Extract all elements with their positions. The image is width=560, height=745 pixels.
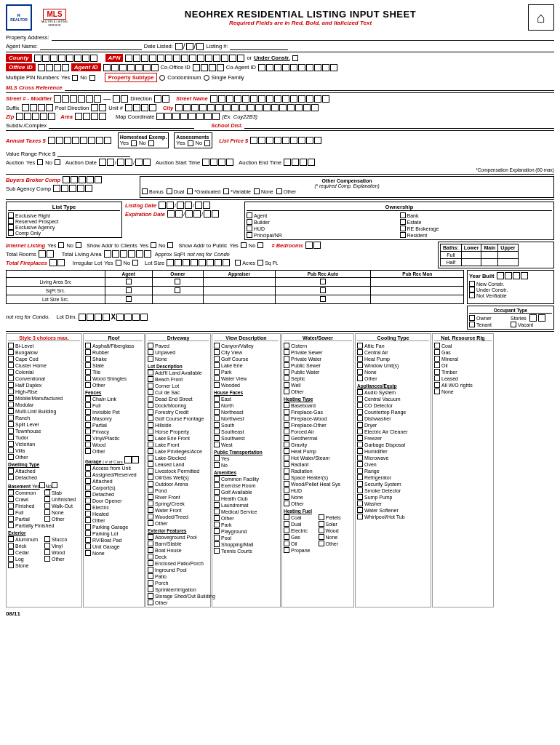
pub-trans-title: Public Transportation <box>214 450 279 455</box>
bedrooms-label: # Bedrooms <box>271 242 303 249</box>
sqft-cb: Sq Ft. <box>257 260 279 266</box>
ls-pub-auto[interactable] <box>275 295 371 304</box>
internet-no[interactable] <box>76 242 81 248</box>
hud-own-cb: HUD <box>247 226 399 231</box>
driveway-col: Driveway Paved Unpaved None Lot Descript… <box>145 333 211 607</box>
la-owner[interactable] <box>152 278 203 287</box>
property-address-field[interactable] <box>52 33 554 41</box>
office-id-boxes <box>38 64 69 71</box>
public-no[interactable] <box>257 242 263 248</box>
auction-no[interactable] <box>55 159 60 165</box>
la-pub-man[interactable] <box>371 278 464 287</box>
cooling-list: Attic Fan Central Air Heat Pump Window U… <box>357 343 429 381</box>
internet-yes[interactable] <box>58 242 64 248</box>
footer-date: 08/11 <box>6 610 554 617</box>
public-yes[interactable] <box>241 242 247 248</box>
city-label: City <box>163 105 173 111</box>
cooling-col: Cooling Type Attic Fan Central Air Heat … <box>355 333 431 607</box>
sq-agent[interactable] <box>105 287 152 295</box>
internet-label: Internet Listing <box>6 242 45 249</box>
ls-pub-man[interactable] <box>371 295 464 304</box>
homestead-no[interactable] <box>148 140 154 146</box>
taxes-boxes <box>48 137 111 144</box>
street-num-boxes <box>54 95 101 103</box>
mls-tagline: MULTIPLE LISTING SERVICE <box>36 20 73 27</box>
zip-area-row: Zip Area Map Coordinate (Ex. Cuy22B3) <box>6 113 554 120</box>
sq-pub-man[interactable] <box>371 287 464 295</box>
lot-desc-title: Lot Description <box>148 364 209 369</box>
water-list: Cistern Private Sewer Private Water Publ… <box>284 343 352 394</box>
map-coord-label: Map Coordinate <box>116 113 154 120</box>
internet-row: Internet Listing Yes No Show Addr to Cli… <box>6 242 435 249</box>
listing-dates-section: Listing Date // Expiration Date // <box>125 202 241 240</box>
clients-yes[interactable] <box>151 242 156 248</box>
not-verifiable-cb: Not Verifiable <box>469 292 552 298</box>
irregular-no[interactable] <box>132 260 138 266</box>
lot-dim-occupant: not req for Condo. Lot Dim. X Occupant T… <box>6 306 554 330</box>
total-fireplaces-label: Total Fireplaces <box>6 260 47 266</box>
subdiv-field[interactable] <box>49 121 194 129</box>
yes-pin-checkbox[interactable] <box>72 75 78 81</box>
roof-col: Roof Asphalt/Fiberglass Rubber Shake Sla… <box>83 333 145 607</box>
auction-date-boxes: // <box>99 159 151 166</box>
sq-owner[interactable] <box>152 287 203 295</box>
full-lower[interactable] <box>461 252 481 259</box>
half-lower[interactable] <box>461 259 481 266</box>
nat-resource-title: Nat. Resource Rig <box>434 335 492 341</box>
assess-no[interactable] <box>204 140 210 146</box>
school-dist-field[interactable] <box>244 121 554 129</box>
heating-title: Heating Type <box>284 397 352 402</box>
or-label: or <box>247 55 252 61</box>
school-dist-label: School Dist. <box>211 122 242 129</box>
zip-boxes <box>16 113 55 120</box>
pub-trans-list: Yes No <box>214 455 279 468</box>
auction-yes[interactable] <box>37 159 43 165</box>
value-range-field[interactable] <box>57 150 130 157</box>
full-main[interactable] <box>481 252 498 259</box>
owner-oc-cb: Owner <box>469 314 511 322</box>
la-pub-auto[interactable] <box>275 278 371 287</box>
full-upper[interactable] <box>498 252 518 259</box>
subdiv-row: Subdiv./Complex School Dist. <box>6 121 554 129</box>
occupant-checkboxes: Owner Stories Tenant Vacant <box>469 314 552 327</box>
homestead-yes[interactable] <box>131 140 137 146</box>
under-constr-cb2: Under Constr. <box>469 287 552 292</box>
not-req-condo2-label: not req for Condo. <box>6 314 49 320</box>
variable-cb: *Variable <box>223 188 251 194</box>
none-comp-cb: None <box>254 188 273 194</box>
basement-list: Common Slab Crawl Unfinished Finished Wa… <box>8 490 80 528</box>
under-constr-checkbox[interactable] <box>292 55 298 61</box>
county-row: County APN or Under Constr. <box>6 54 554 62</box>
half-main[interactable] <box>481 259 498 266</box>
no-pin-checkbox[interactable] <box>89 75 95 81</box>
la-appraiser[interactable] <box>204 278 275 287</box>
heating-fuel-title: Heating Fuel <box>284 509 352 514</box>
header-title: NEOHREX RESIDENTIAL LISTING INPUT SHEET … <box>73 9 528 26</box>
assess-yes[interactable] <box>188 140 193 146</box>
condo-radio[interactable] <box>159 75 165 81</box>
year-built-row: Year Built <box>469 272 552 279</box>
agent-name-field[interactable] <box>40 43 142 50</box>
la-agent[interactable] <box>105 278 152 287</box>
half-upper[interactable] <box>498 259 518 266</box>
mls-cross-field[interactable] <box>65 84 554 91</box>
buyers-broker-row: Buyers Broker Comp <box>6 176 137 183</box>
ls-owner[interactable] <box>152 295 203 304</box>
area-boxes <box>75 113 106 120</box>
irregular-yes[interactable] <box>116 260 121 266</box>
date-listed-label: Date Listed: <box>144 43 173 49</box>
sq-appraiser[interactable] <box>204 287 275 295</box>
listing-field[interactable] <box>230 43 288 50</box>
homestead-yn: Yes No <box>120 140 167 146</box>
sq-pub-auto[interactable] <box>275 287 371 295</box>
baths-header: Baths: <box>441 244 462 252</box>
fireplaces-row: Total Fireplaces Irregular Lot Yes No Lo… <box>6 259 435 266</box>
list-price-boxes <box>250 137 321 144</box>
rooms-row: Total Rooms Total Living Area Approx SqF… <box>6 250 435 258</box>
co-office-boxes <box>193 64 224 71</box>
ls-agent[interactable] <box>105 295 152 304</box>
clients-no[interactable] <box>167 242 173 248</box>
single-family-radio[interactable] <box>204 75 209 81</box>
ls-appraiser[interactable] <box>204 295 275 304</box>
lot-dim-boxes: X <box>79 313 148 321</box>
